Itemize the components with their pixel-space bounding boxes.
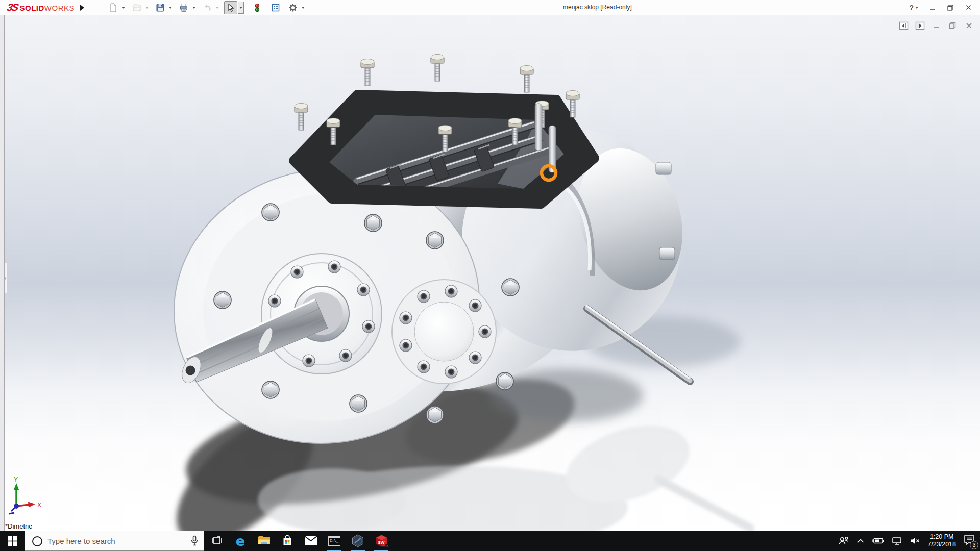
people-icon[interactable] bbox=[838, 536, 849, 545]
document-title: menjac sklop [Read-only] bbox=[563, 4, 632, 11]
undo-button[interactable] bbox=[201, 1, 214, 14]
task-view-icon bbox=[211, 535, 223, 546]
flyout-arrow-icon bbox=[80, 5, 84, 11]
taskbar-clock[interactable]: 1:20 PM 7/23/2018 bbox=[927, 533, 956, 548]
select-cursor-icon bbox=[226, 3, 236, 13]
doc-restore-icon bbox=[948, 21, 957, 30]
viewport-left-edge bbox=[0, 15, 5, 531]
close-button[interactable] bbox=[962, 2, 975, 14]
windows-taskbar: e C:\_ bbox=[0, 531, 980, 551]
action-center-button[interactable]: 3 bbox=[964, 535, 975, 547]
pane-right-icon bbox=[915, 21, 925, 30]
open-folder-icon bbox=[132, 3, 142, 13]
battery-icon[interactable] bbox=[872, 537, 884, 544]
hidden-icons-chevron[interactable] bbox=[857, 538, 864, 543]
gearbox-3d-model[interactable] bbox=[0, 15, 980, 531]
doc-minimize-button[interactable] bbox=[931, 21, 941, 30]
restore-icon bbox=[947, 4, 954, 11]
brand-3s-mark: 3S bbox=[6, 2, 19, 13]
start-button[interactable] bbox=[0, 531, 24, 551]
brand-works: WORKS bbox=[44, 4, 75, 12]
restore-button[interactable] bbox=[944, 2, 957, 14]
options-button[interactable] bbox=[286, 1, 300, 14]
graphics-viewport[interactable]: Y X *Dimetric bbox=[0, 15, 980, 531]
pane-left-button[interactable] bbox=[898, 21, 909, 30]
minimize-button[interactable] bbox=[926, 2, 939, 14]
save-button[interactable] bbox=[154, 1, 167, 14]
display-pane-button[interactable] bbox=[269, 1, 282, 14]
standard-toolbar bbox=[107, 1, 309, 14]
doc-close-button[interactable] bbox=[964, 21, 974, 30]
mail-button[interactable] bbox=[299, 531, 323, 551]
brand-solid: SOLID bbox=[19, 4, 44, 12]
new-document-button[interactable] bbox=[107, 1, 120, 14]
network-icon[interactable] bbox=[892, 537, 902, 545]
toolbar-separator bbox=[91, 3, 91, 13]
store-icon bbox=[281, 535, 293, 547]
document-window-controls bbox=[898, 21, 974, 30]
file-explorer-icon bbox=[257, 535, 271, 546]
side-cover-ring[interactable] bbox=[392, 280, 496, 384]
toolbar-flyout-button[interactable] bbox=[78, 2, 87, 13]
close-icon bbox=[965, 4, 972, 11]
pane-right-button[interactable] bbox=[915, 21, 925, 30]
svg-text:SW: SW bbox=[378, 540, 384, 545]
hexagon-app-button[interactable] bbox=[346, 531, 370, 551]
solidworks-2017-icon: SW 2017 bbox=[375, 534, 388, 548]
view-orientation-label: *Dimetric bbox=[5, 522, 32, 530]
mail-icon bbox=[304, 536, 317, 546]
windows-logo-icon bbox=[8, 536, 17, 546]
select-tool-button[interactable] bbox=[224, 1, 237, 14]
file-explorer-button[interactable] bbox=[252, 531, 276, 551]
window-controls: ? bbox=[909, 0, 975, 15]
options-dropdown-caret[interactable] bbox=[301, 2, 306, 14]
volume-muted-icon[interactable] bbox=[910, 537, 920, 545]
command-prompt-icon: C:\_ bbox=[328, 536, 340, 546]
rebuild-traffic-light-button[interactable] bbox=[251, 1, 264, 14]
new-dropdown-caret[interactable] bbox=[121, 2, 127, 14]
clock-date: 7/23/2018 bbox=[927, 541, 956, 548]
bell-lug-top bbox=[656, 162, 671, 174]
axis-y-label: Y bbox=[14, 477, 18, 483]
title-bar: 3S SOLID WORKS bbox=[0, 0, 980, 15]
doc-close-icon bbox=[965, 22, 973, 30]
doc-minimize-icon bbox=[933, 22, 940, 30]
search-input[interactable] bbox=[25, 531, 204, 551]
minimize-icon bbox=[929, 4, 936, 11]
microphone-icon[interactable] bbox=[190, 535, 199, 548]
save-dropdown-caret[interactable] bbox=[168, 2, 174, 14]
help-button[interactable]: ? bbox=[909, 4, 918, 12]
open-dropdown-caret[interactable] bbox=[144, 2, 150, 14]
new-document-icon bbox=[108, 3, 118, 13]
undo-icon bbox=[202, 3, 212, 13]
hexagon-app-icon bbox=[352, 534, 364, 547]
undo-dropdown-caret[interactable] bbox=[215, 2, 220, 14]
edge-button[interactable]: e bbox=[229, 531, 252, 551]
open-button[interactable] bbox=[130, 1, 143, 14]
solidworks-2017-button[interactable]: SW 2017 bbox=[370, 531, 393, 551]
svg-text:2017: 2017 bbox=[382, 545, 388, 548]
clock-time: 1:20 PM bbox=[930, 533, 954, 541]
orientation-triad: Y X bbox=[0, 477, 56, 523]
print-icon bbox=[179, 3, 189, 13]
edge-icon: e bbox=[236, 534, 245, 548]
solidworks-logo: 3S SOLID WORKS bbox=[0, 2, 78, 13]
bell-lug-bottom bbox=[659, 247, 675, 260]
print-dropdown-caret[interactable] bbox=[191, 2, 197, 14]
command-prompt-button[interactable]: C:\_ bbox=[323, 531, 346, 551]
pane-left-icon bbox=[899, 21, 909, 30]
save-floppy-icon bbox=[155, 3, 165, 13]
store-button[interactable] bbox=[276, 531, 299, 551]
help-caret-icon bbox=[915, 7, 918, 9]
task-view-button[interactable] bbox=[205, 531, 229, 551]
gear-icon bbox=[288, 3, 298, 13]
taskbar-search bbox=[24, 531, 204, 551]
help-icon: ? bbox=[909, 4, 914, 12]
notification-badge: 3 bbox=[970, 541, 978, 549]
print-button[interactable] bbox=[177, 1, 190, 14]
select-dropdown-caret[interactable] bbox=[238, 2, 244, 14]
doc-restore-button[interactable] bbox=[947, 21, 958, 30]
feature-list-icon bbox=[271, 3, 281, 13]
taskbar-app-icons: e C:\_ bbox=[205, 531, 393, 551]
cortana-icon bbox=[32, 536, 42, 546]
